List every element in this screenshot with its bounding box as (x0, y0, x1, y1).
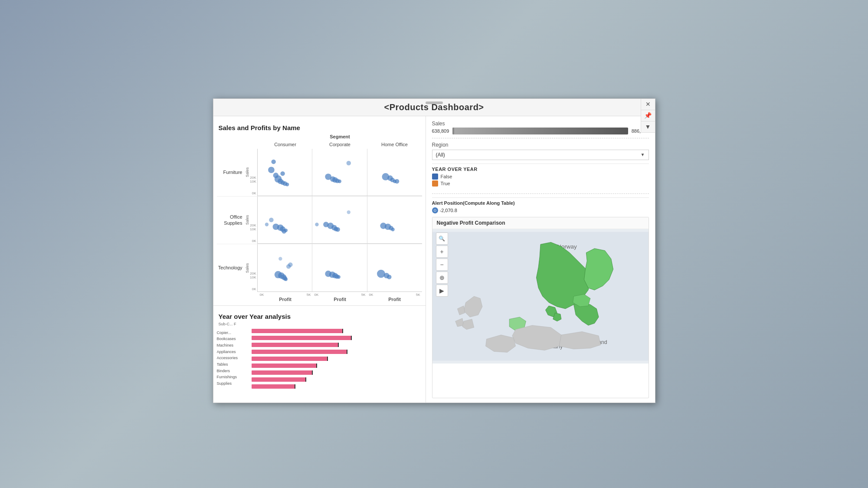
yoy-bar-machines (252, 342, 422, 348)
scatter-col-furniture-consumer (258, 149, 313, 196)
close-button[interactable]: ✕ (641, 99, 655, 110)
scatter-row-technology: Technology 0K 10K 20K Sales (217, 244, 422, 292)
yoy-bars (252, 328, 422, 389)
yoy-bar-tables (252, 363, 422, 369)
scatter-col-os-corporate (312, 197, 367, 243)
yoy-bar-bookcases (252, 335, 422, 341)
scatter-area-officesupplies (257, 197, 422, 244)
svg-point-6 (285, 183, 288, 186)
scatter-area-furniture (257, 149, 422, 196)
dashboard-window: <Products Dashboard> ✕ 📌 ▼ Sales and Pro… (213, 98, 655, 403)
scatter-row-officesupplies: Office Supplies 0K 10K 20K Sales (217, 197, 422, 244)
sales-slider[interactable] (452, 128, 628, 134)
alert-icon: ⊙ (432, 207, 438, 213)
expand-button[interactable]: ▼ (641, 121, 655, 133)
legend-dot-false (432, 174, 438, 180)
svg-point-32 (315, 223, 318, 226)
left-panel: Sales and Profits by Name Segment Consum… (213, 116, 426, 403)
pin-button[interactable]: 📌 (641, 110, 655, 121)
segment-col-homeoffice: Home Office (367, 140, 422, 149)
yoy-bar-furnishings (252, 377, 422, 383)
yoy-sublabel: Sub-C... F (213, 322, 426, 326)
legend-label-true: True (441, 181, 450, 186)
yoy-bar-binders (252, 370, 422, 376)
dashboard-body: Sales and Profits by Name Segment Consum… (213, 116, 655, 403)
svg-point-26 (265, 223, 268, 226)
svg-point-31 (336, 227, 340, 231)
svg-point-51 (377, 269, 385, 278)
svg-point-37 (391, 227, 394, 231)
map-title: Negative Profit Comparison (432, 217, 649, 229)
scatter-col-tech-consumer (258, 244, 313, 291)
segment-col-corporate: Corporate (313, 140, 367, 149)
svg-point-19 (395, 179, 399, 183)
select-arrow-icon: ▼ (641, 152, 645, 157)
yoy-bar-supplies (252, 383, 422, 389)
yoy-bar-accessories (252, 356, 422, 362)
map-controls: 🔍 + − ⊕ ▶ (436, 233, 448, 297)
alert-number: -2,070.8 (440, 208, 457, 213)
legend-label-false: False (441, 174, 452, 179)
title-bar: <Products Dashboard> ✕ 📌 ▼ (213, 99, 655, 116)
yoy-y-labels: Copier... Bookcases Machines Appliances … (217, 328, 252, 389)
scatter-col-os-homeoffice (367, 197, 422, 243)
svg-point-50 (337, 275, 341, 278)
map-search-button[interactable]: 🔍 (436, 233, 448, 245)
yoy-bar-copier (252, 328, 422, 334)
map-zoom-in-button[interactable]: + (436, 246, 448, 258)
region-select[interactable]: (All) ▼ (432, 150, 649, 160)
sales-min: 638,809 (432, 128, 449, 134)
scatter-col-os-consumer (258, 197, 313, 243)
drag-handle[interactable] (426, 102, 443, 104)
alert-value: ⊙ -2,070.8 (432, 207, 649, 213)
svg-point-42 (284, 277, 287, 281)
map-reset-button[interactable]: ⊕ (436, 272, 448, 284)
yoy-bar-appliances (252, 349, 422, 355)
yoy-title: Year over Year analysis (213, 309, 426, 322)
category-officesupplies: Office Supplies (217, 214, 245, 226)
svg-point-44 (288, 262, 292, 266)
svg-point-24 (284, 228, 287, 232)
divider-1 (432, 138, 649, 138)
svg-point-45 (278, 257, 282, 260)
region-label: Region (432, 142, 649, 148)
svg-point-14 (347, 160, 351, 165)
svg-point-25 (269, 217, 273, 222)
map-play-button[interactable]: ▶ (436, 285, 448, 297)
scatter-col-furniture-corporate (312, 149, 367, 196)
category-furniture: Furniture (217, 169, 245, 175)
window-controls: ✕ 📌 ▼ (641, 99, 655, 133)
scatter-col-tech-corporate (312, 244, 367, 291)
category-technology: Technology (217, 265, 245, 271)
sales-filter: Sales 638,809 886,015 (432, 121, 649, 134)
yoy-chart: Copier... Bookcases Machines Appliances … (217, 328, 422, 389)
scatter-col-furniture-homeoffice (367, 149, 422, 196)
legend-dot-true (432, 180, 438, 187)
map-area: 🔍 + − ⊕ ▶ Norway (432, 229, 649, 364)
segment-col-consumer: Consumer (258, 140, 313, 149)
scatter-row-furniture: Furniture 0K 10K 20K Sales (217, 149, 422, 197)
segment-header: Segment (258, 134, 422, 139)
map-section: Negative Profit Comparison 🔍 + − ⊕ ▶ (432, 217, 649, 398)
scatter-col-tech-homeoffice (367, 244, 422, 291)
svg-point-13 (338, 179, 341, 183)
sales-filter-label: Sales (432, 121, 649, 127)
legend-section: YEAR OVER YEAR False True (432, 164, 649, 190)
alert-section: Alert Position(Compute Along Table) ⊙ -2… (432, 197, 649, 213)
map-svg: Norway Poland Germany (432, 229, 649, 364)
scatter-container: Segment Consumer Corporate Home Office F… (213, 133, 426, 305)
legend-item-false: False (432, 174, 649, 180)
scatter-area-technology (257, 244, 422, 292)
yoy-legend-title: YEAR OVER YEAR (432, 167, 649, 172)
sales-range: 638,809 886,015 (432, 128, 649, 134)
alert-title: Alert Position(Compute Along Table) (432, 200, 649, 206)
svg-point-33 (347, 210, 350, 214)
x-axis-ticks: 0K5K 0K5K 0K5K (217, 293, 422, 297)
region-value: (All) (436, 152, 445, 158)
divider-2 (432, 193, 649, 194)
region-filter: Region (All) ▼ (432, 142, 649, 160)
scatter-title: Sales and Profits by Name (213, 121, 426, 133)
legend-item-true: True (432, 180, 649, 187)
map-zoom-out-button[interactable]: − (436, 259, 448, 271)
svg-point-53 (387, 275, 391, 279)
